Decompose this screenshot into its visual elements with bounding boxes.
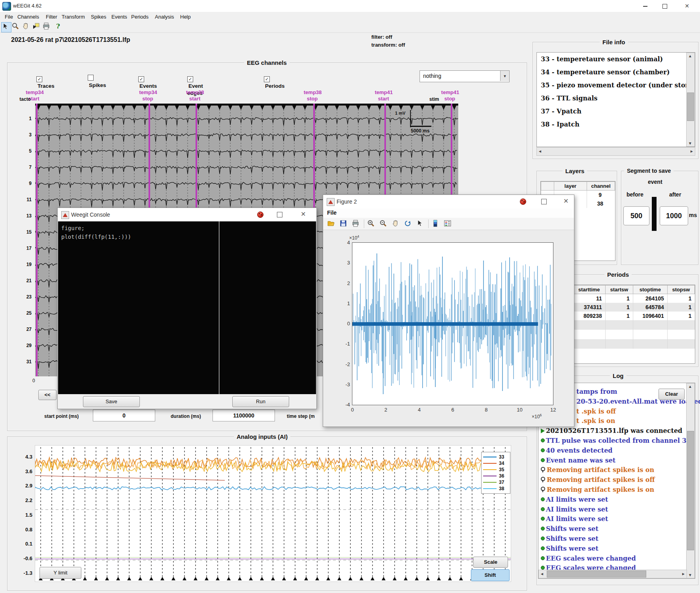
shift-button[interactable]: Shift xyxy=(471,569,510,581)
scroll-right-arrow[interactable]: ► xyxy=(681,572,685,576)
menu-file[interactable]: File xyxy=(3,13,15,21)
scroll-left-arrow[interactable]: ◄ xyxy=(540,572,544,576)
console-close-button[interactable]: ✕ xyxy=(301,210,306,218)
menu-help[interactable]: Help xyxy=(179,13,192,21)
checkbox-events[interactable]: ✓Events xyxy=(138,74,157,89)
menu-events[interactable]: Events xyxy=(110,13,129,21)
duration-field[interactable]: 1100000 xyxy=(213,410,275,421)
segment-after-field[interactable]: 1000 xyxy=(660,206,688,225)
legend-label: 38 xyxy=(499,486,504,491)
checkbox-box[interactable]: ✓ xyxy=(36,76,42,82)
legend-label: 35 xyxy=(499,467,504,472)
dot-bullet-icon xyxy=(541,497,545,501)
checkbox-box[interactable]: ✓ xyxy=(187,76,193,82)
console-input-pane[interactable]: figure;plot(diff(lfp(11,:))) xyxy=(58,221,219,394)
start-point-field[interactable]: 0 xyxy=(93,410,155,421)
checkbox-spikes[interactable]: Spikes xyxy=(88,74,106,89)
figure2-title-bar[interactable]: Figure 2 ✕ xyxy=(323,195,574,209)
checkbox-box[interactable]: ✓ xyxy=(264,76,270,82)
select-tool-icon[interactable] xyxy=(1,22,11,32)
menu-analysis[interactable]: Analysis xyxy=(153,13,175,21)
eeg-channel-label-25: 25 xyxy=(22,310,32,316)
scrollbar-thumb[interactable] xyxy=(687,93,694,121)
console-save-button[interactable]: Save xyxy=(83,396,140,407)
log-hscrollbar[interactable]: ◄ ► xyxy=(538,570,687,578)
scroll-left-button[interactable]: << xyxy=(38,390,56,400)
figure2-close-button[interactable]: ✕ xyxy=(563,197,568,205)
pin-icon[interactable] xyxy=(257,212,263,218)
minimize-button[interactable] xyxy=(636,0,654,12)
file-info-vscrollbar[interactable]: ▲ ▼ xyxy=(686,53,695,147)
figure2-ytick: -1 xyxy=(340,341,350,347)
scroll-right-arrow[interactable]: ► xyxy=(690,149,694,153)
menu-channels[interactable]: Channels xyxy=(16,13,41,21)
menu-transform[interactable]: Transform xyxy=(60,13,87,21)
scrollbar-thumb[interactable] xyxy=(687,431,694,550)
transform-status: transform: off xyxy=(371,42,405,48)
scroll-up-arrow[interactable]: ▲ xyxy=(687,384,694,389)
save-icon[interactable] xyxy=(339,219,348,228)
checkbox-traces[interactable]: ✓Traces xyxy=(36,74,55,89)
zoom-out-icon[interactable] xyxy=(379,219,388,228)
file-info-hscrollbar[interactable]: ◄ ► xyxy=(536,147,695,156)
file-info-item[interactable]: 37 - Vpatch xyxy=(537,105,695,118)
file-info-item[interactable]: 35 - piezo movement detector (under stom… xyxy=(537,79,695,92)
pan-tool-icon[interactable] xyxy=(22,22,31,32)
segment-before-field[interactable]: 500 xyxy=(623,206,649,225)
file-info-item[interactable]: 36 - TTL signals xyxy=(537,92,695,105)
scroll-down-arrow[interactable]: ▼ xyxy=(687,141,694,145)
segment-after-label: after xyxy=(669,191,681,198)
console-run-button[interactable]: Run xyxy=(232,396,289,407)
console-window[interactable]: Weegit Console ✕ figure;plot(diff(lfp(11… xyxy=(57,208,317,409)
log-vscrollbar[interactable]: ▲ ▼ xyxy=(686,383,695,578)
filter-status: filter: off xyxy=(371,34,392,40)
analog-plot[interactable] xyxy=(35,445,511,582)
analog-ytick: -0.6 xyxy=(17,555,32,561)
checkbox-label: Events xyxy=(139,83,157,89)
print-icon[interactable] xyxy=(352,219,360,228)
console-output-pane[interactable] xyxy=(219,221,316,394)
insert-legend-icon[interactable] xyxy=(444,219,452,228)
log-clear-button[interactable]: Clear xyxy=(659,389,685,400)
zoom-in-icon[interactable] xyxy=(367,219,376,228)
file-info-item[interactable]: 34 - temperetaure sensor (chamber) xyxy=(537,66,695,79)
checkbox-periods[interactable]: ✓Periods xyxy=(264,74,285,89)
scroll-down-arrow[interactable]: ▼ xyxy=(687,573,694,577)
scroll-up-arrow[interactable]: ▲ xyxy=(687,54,694,58)
file-info-item[interactable]: 33 - temperetaure sensor (animal) xyxy=(537,53,695,66)
scale-button[interactable]: Scale xyxy=(473,557,508,568)
menu-filter[interactable]: Filter xyxy=(44,13,59,21)
figure2-xtick: 12 xyxy=(549,407,557,413)
help-tool-icon[interactable]: ? xyxy=(54,22,64,32)
pin-icon[interactable] xyxy=(520,198,526,205)
scrollbar-thumb[interactable] xyxy=(547,570,646,578)
figure2-axes[interactable] xyxy=(352,242,553,405)
file-info-list[interactable]: 33 - temperetaure sensor (animal)34 - te… xyxy=(536,52,695,147)
close-button[interactable]: ✕ xyxy=(678,0,696,12)
annotate-tool-icon[interactable] xyxy=(32,22,41,32)
file-info-item[interactable]: 38 - Ipatch xyxy=(537,118,695,131)
figure2-window[interactable]: Figure 2 ✕ File ×104 ×106 43210-1-2-3-4 … xyxy=(323,195,574,427)
pin-bullet-icon xyxy=(541,467,545,471)
chevron-down-icon[interactable]: ▾ xyxy=(500,71,509,81)
y-limit-button[interactable]: Y limit xyxy=(40,567,81,579)
open-icon[interactable] xyxy=(327,219,336,228)
console-maximize-button[interactable] xyxy=(277,212,282,217)
print-tool-icon[interactable] xyxy=(42,22,52,32)
scroll-left-arrow[interactable]: ◄ xyxy=(538,149,542,153)
console-title-bar[interactable]: Weegit Console ✕ xyxy=(58,208,316,222)
figure2-file-menu[interactable]: File xyxy=(327,210,337,216)
maximize-button[interactable] xyxy=(656,0,674,12)
event-name-dropdown[interactable]: nothing ▾ xyxy=(420,70,510,82)
figure2-maximize-button[interactable] xyxy=(541,199,547,204)
data-cursor-icon[interactable] xyxy=(416,219,425,228)
menu-periods[interactable]: Periods xyxy=(130,13,150,21)
menu-spikes[interactable]: Spikes xyxy=(89,13,108,21)
matlab-icon xyxy=(327,198,335,206)
zoom-tool-icon[interactable] xyxy=(11,22,21,32)
colorbar-icon[interactable] xyxy=(431,219,440,228)
checkbox-box[interactable] xyxy=(88,75,94,81)
checkbox-box[interactable]: ✓ xyxy=(138,76,144,82)
rotate-3d-icon[interactable] xyxy=(404,219,412,228)
pan-icon[interactable] xyxy=(391,219,400,228)
